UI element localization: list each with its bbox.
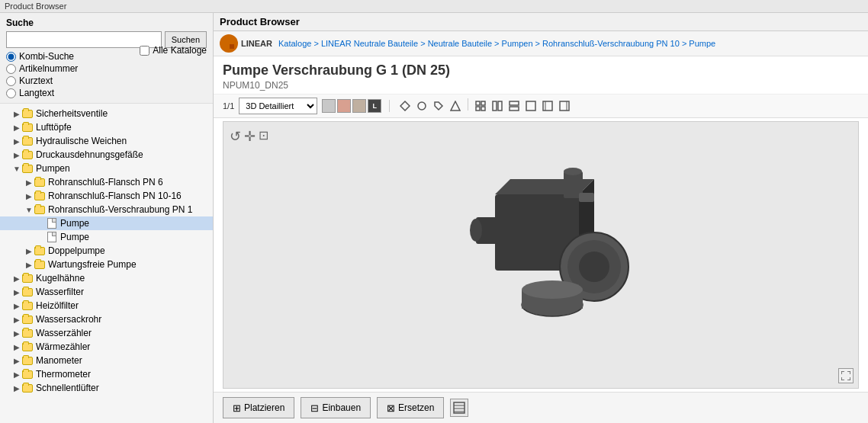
color-btn-brown[interactable]	[352, 99, 366, 113]
view-icon-btn-2[interactable]	[414, 98, 429, 114]
radio-kurz-label: Kurztext	[19, 75, 53, 86]
radio-kombi[interactable]: Kombi-Suche	[6, 51, 78, 62]
toggle-heizolfilter[interactable]: ▶	[12, 301, 21, 310]
view-icon-btn-5[interactable]	[473, 98, 488, 114]
toggle-schnellentluefter[interactable]: ▶	[12, 383, 21, 393]
label-verschraubung-pn1: Rohranschluß-Verschraubung PN 1	[48, 204, 192, 215]
toggle-wassersackrohr[interactable]: ▶	[12, 315, 21, 324]
folder-icon-heizolfilter	[21, 300, 34, 311]
folder-icon-hydraulische-weichen	[21, 136, 34, 146]
svg-marker-3	[400, 101, 410, 111]
view-icon-btn-6[interactable]	[490, 98, 505, 114]
platzieren-button[interactable]: ⊞ Platzieren	[223, 397, 294, 418]
search-options: Kombi-Suche Artikelnummer Kurztext Langt…	[6, 51, 78, 98]
tree-item-flansch-pn10-16[interactable]: ▶ Rohranschluß-Flansch PN 10-16	[0, 189, 213, 203]
view-3d[interactable]: ↺ ✛ ⊡	[223, 121, 859, 389]
toggle-flansch-pn10-16[interactable]: ▶	[24, 191, 34, 200]
radio-kurz[interactable]: Kurztext	[6, 75, 78, 86]
toggle-warmezahler[interactable]: ▶	[12, 342, 21, 351]
page-label: 1/1	[223, 101, 234, 111]
tree-item-heizolfilter[interactable]: ▶ Heizölfilter	[0, 299, 213, 312]
toggle-flansch-pn6[interactable]: ▶	[24, 178, 34, 187]
svg-marker-5	[451, 101, 460, 111]
pan-icon[interactable]: ✛	[244, 128, 256, 145]
expand-view-button[interactable]	[838, 368, 854, 383]
einbauen-button[interactable]: ⊟ Einbauen	[301, 397, 371, 418]
toggle-pumpe-selected	[37, 219, 46, 228]
tree-item-lufttoepfe[interactable]: ▶ Lufttöpfe	[0, 120, 213, 134]
color-btn-gray[interactable]	[322, 99, 336, 113]
view-icon-btn-3[interactable]	[431, 98, 446, 114]
radio-lang[interactable]: Langtext	[6, 88, 78, 98]
zoom-icon[interactable]: ⊡	[259, 128, 268, 145]
toggle-sicherheitsventile[interactable]: ▶	[12, 109, 21, 118]
label-sicherheitsventile: Sicherheitsventile	[36, 108, 108, 119]
folder-icon-wartungsfreie-pumpe	[34, 259, 46, 270]
tree-item-wasserfilter[interactable]: ▶ Wasserfilter	[0, 285, 213, 299]
svg-rect-0	[223, 43, 228, 47]
rotate-icon[interactable]: ↺	[230, 128, 241, 145]
ersetzen-button[interactable]: ⊠ Ersetzen	[377, 397, 444, 418]
view-icon-btn-4[interactable]	[448, 98, 463, 114]
label-wasserzahler: Wasserzähler	[36, 328, 92, 338]
toggle-verschraubung-pn1[interactable]: ▼	[24, 205, 34, 214]
tree-item-doppelpumpe[interactable]: ▶ Doppelpumpe	[0, 244, 213, 258]
tree-item-manometer[interactable]: ▶ Manometer	[0, 354, 213, 367]
tree-item-thermometer[interactable]: ▶ Thermometer	[0, 367, 213, 381]
svg-rect-15	[543, 101, 552, 111]
toggle-wartungsfreie-pumpe[interactable]: ▶	[24, 260, 34, 269]
tree-item-sicherheitsventile[interactable]: ▶ Sicherheitsventile	[0, 107, 213, 120]
folder-icon-druckausdehnung	[21, 149, 34, 160]
view-icon-btn-8[interactable]	[523, 98, 538, 114]
folder-icon-schnellentluefter	[21, 383, 34, 393]
toggle-thermometer[interactable]: ▶	[12, 370, 21, 379]
folder-icon-wasserzahler	[21, 328, 34, 338]
tree-item-pumpe2[interactable]: Pumpe	[0, 230, 213, 244]
color-btn-red[interactable]	[337, 99, 351, 113]
radio-artikel[interactable]: Artikelnummer	[6, 63, 78, 74]
view-icon-btn-1[interactable]	[397, 98, 413, 114]
tree-item-flansch-pn6[interactable]: ▶ Rohranschluß-Flansch PN 6	[0, 175, 213, 189]
svg-rect-12	[510, 101, 519, 105]
tree-item-warmezahler[interactable]: ▶ Wärmezähler	[0, 340, 213, 354]
toggle-manometer[interactable]: ▶	[12, 356, 21, 365]
toggle-pumpen[interactable]: ▼	[12, 164, 21, 173]
platzieren-label: Platzieren	[244, 402, 285, 413]
toggle-wasserzahler[interactable]: ▶	[12, 328, 21, 338]
view-icon-btn-10[interactable]	[557, 98, 572, 114]
tree-item-wassersackrohr[interactable]: ▶ Wassersackrohr	[0, 312, 213, 326]
tree-item-druckausdehnung[interactable]: ▶ Druckausdehnungsgefäße	[0, 148, 213, 162]
alle-kataloge-check[interactable]: Alle Kataloge	[140, 45, 207, 56]
search-input[interactable]	[6, 31, 162, 48]
view-icon-btn-9[interactable]	[540, 98, 555, 114]
view-select[interactable]: 3D Detailliert 3D Vereinfacht 2D	[239, 98, 317, 114]
toggle-druckausdehnung[interactable]: ▶	[12, 150, 21, 159]
linear-logo: LINEAR	[220, 34, 272, 53]
tree-panel[interactable]: ▶ Sicherheitsventile ▶ Lufttöpfe ▶ Hydra…	[0, 104, 213, 423]
toggle-lufttoepfe[interactable]: ▶	[12, 123, 21, 132]
view-icon-btn-7[interactable]	[506, 98, 522, 114]
tree-item-pumpen[interactable]: ▼ Pumpen	[0, 162, 213, 175]
tree-item-hydraulische-weichen[interactable]: ▶ Hydraulische Weichen	[0, 134, 213, 148]
search-label: Suche	[6, 18, 207, 28]
tree-item-kugelhahne[interactable]: ▶ Kugelhähne	[0, 271, 213, 285]
label-schnellentluefter: Schnellentlüfter	[36, 383, 99, 393]
content-header: Product Browser	[214, 13, 868, 31]
tree-item-verschraubung-pn1[interactable]: ▼ Rohranschluß-Verschraubung PN 1	[0, 203, 213, 216]
toggle-doppelpumpe[interactable]: ▶	[24, 246, 34, 255]
folder-icon-thermometer	[21, 369, 34, 380]
tree-item-schnellentluefter[interactable]: ▶ Schnellentlüfter	[0, 381, 213, 395]
table-icon-button[interactable]	[450, 399, 468, 417]
svg-rect-8	[476, 107, 480, 111]
doc-icon-pumpe2	[46, 232, 58, 242]
color-btn-dark[interactable]: L	[368, 99, 381, 113]
tree-item-pumpe-selected[interactable]: Pumpe	[0, 216, 213, 230]
svg-rect-7	[481, 101, 485, 105]
toggle-wasserfilter[interactable]: ▶	[12, 287, 21, 296]
toggle-hydraulische-weichen[interactable]: ▶	[12, 136, 21, 146]
tree-item-wartungsfreie-pumpe[interactable]: ▶ Wartungsfreie Pumpe	[0, 258, 213, 271]
3d-model-svg	[434, 156, 648, 354]
toggle-kugelhahne[interactable]: ▶	[12, 274, 21, 283]
tree-item-wasserzahler[interactable]: ▶ Wasserzähler	[0, 326, 213, 340]
product-title: Pumpe Verschraubung G 1 (DN 25)	[223, 62, 859, 79]
